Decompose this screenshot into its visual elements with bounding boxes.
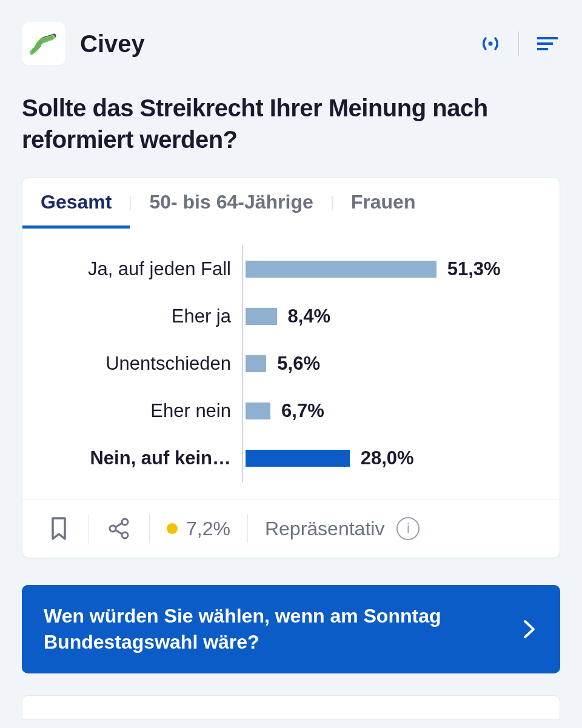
- brand-logo: [22, 22, 65, 65]
- chart-bar: [246, 261, 436, 278]
- svg-point-5: [110, 526, 116, 532]
- status-dot-icon: [167, 523, 178, 534]
- next-card-stub: [22, 695, 560, 720]
- chart-row-barzone: 5,6%: [242, 340, 535, 387]
- svg-line-7: [115, 523, 122, 527]
- meta-separator: [149, 514, 150, 543]
- results-card: Gesamt 50- bis 64-Jährige Frauen Ja, auf…: [22, 177, 560, 558]
- segment-tabs: Gesamt 50- bis 64-Jährige Frauen: [22, 178, 560, 229]
- next-question-text: Wen würden Sie wählen, wenn am Sonntag B…: [44, 603, 506, 655]
- chart-row-barzone: 28,0%: [242, 435, 535, 482]
- tab-frauen[interactable]: Frauen: [333, 178, 434, 229]
- tab-gesamt[interactable]: Gesamt: [22, 178, 130, 229]
- header-actions: [477, 30, 560, 57]
- svg-point-6: [122, 532, 128, 538]
- live-icon[interactable]: [477, 30, 504, 57]
- header-divider: [518, 32, 519, 56]
- chart-row-barzone: 6,7%: [242, 387, 535, 435]
- poll-question: Sollte das Streikrecht Ihrer Meinung nac…: [22, 92, 560, 155]
- chart-row-barzone: 51,3%: [242, 245, 535, 293]
- next-question-banner[interactable]: Wen würden Sie wählen, wenn am Sonntag B…: [22, 585, 560, 673]
- chart-row: Eher ja8,4%: [22, 293, 535, 340]
- chart-row-label: Eher nein: [22, 400, 242, 422]
- chart-row: Unentschieden5,6%: [22, 340, 535, 387]
- results-meta: 7,2% Repräsentativ i: [22, 499, 560, 558]
- chart-value: 8,4%: [288, 306, 331, 327]
- svg-point-0: [489, 42, 493, 46]
- civey-logo-icon: [30, 30, 58, 58]
- chart-bar: [246, 450, 350, 467]
- chart-value: 28,0%: [361, 447, 414, 469]
- results-chart: Ja, auf jeden Fall51,3%Eher ja8,4%Unents…: [22, 229, 560, 499]
- brand[interactable]: Civey: [22, 22, 145, 65]
- brand-name: Civey: [80, 30, 145, 58]
- representative-label: Repräsentativ: [265, 518, 384, 540]
- chart-value: 51,3%: [447, 258, 501, 280]
- chevron-right-icon: [520, 615, 538, 643]
- error-margin-indicator[interactable]: 7,2%: [167, 518, 230, 540]
- chart-row-label: Nein, auf kein…: [22, 447, 242, 469]
- error-margin-value: 7,2%: [186, 518, 230, 540]
- svg-line-8: [115, 530, 122, 534]
- meta-separator: [88, 514, 89, 543]
- tab-age-50-64[interactable]: 50- bis 64-Jährige: [131, 178, 331, 229]
- info-icon: i: [396, 517, 420, 540]
- chart-value: 5,6%: [277, 353, 320, 375]
- results-icon[interactable]: [534, 30, 560, 57]
- chart-bar: [246, 402, 270, 419]
- chart-value: 6,7%: [281, 400, 324, 422]
- representative-indicator[interactable]: Repräsentativ i: [265, 517, 420, 540]
- chart-row: Eher nein6,7%: [22, 387, 535, 435]
- share-icon[interactable]: [105, 515, 132, 542]
- bookmark-icon[interactable]: [47, 515, 71, 543]
- chart-row-label: Eher ja: [22, 306, 242, 327]
- chart-row-barzone: 8,4%: [242, 293, 535, 340]
- widget-header: Civey: [22, 22, 560, 65]
- chart-row-label: Ja, auf jeden Fall: [22, 258, 242, 280]
- chart-row: Nein, auf kein…28,0%: [22, 435, 535, 482]
- chart-row-label: Unentschieden: [22, 353, 242, 375]
- chart-row: Ja, auf jeden Fall51,3%: [22, 245, 535, 293]
- chart-bar: [246, 355, 266, 372]
- meta-separator: [247, 514, 248, 543]
- chart-bar: [246, 308, 277, 325]
- svg-point-4: [122, 519, 128, 525]
